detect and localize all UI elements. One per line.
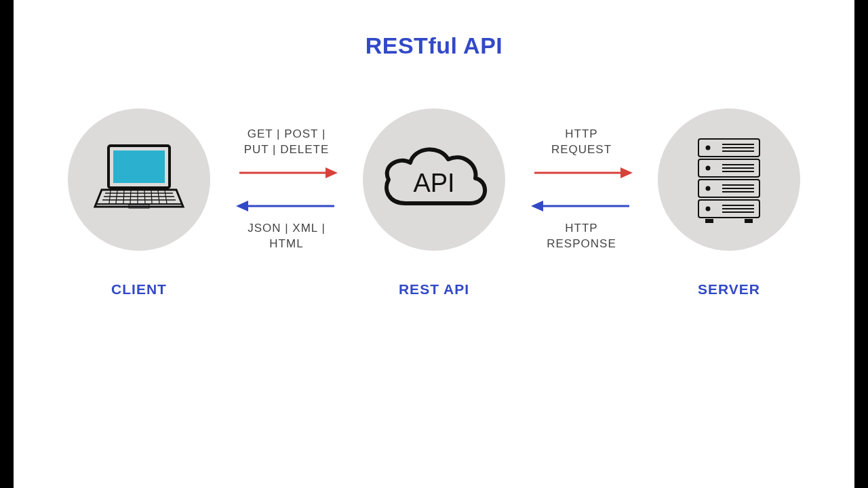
api-to-client-label-line1: JSON | XML | (248, 222, 326, 235)
svg-marker-21 (620, 167, 633, 178)
api-to-client-label: JSON | XML | HTML (248, 221, 326, 252)
svg-line-9 (130, 190, 131, 203)
client-circle (68, 108, 210, 251)
svg-line-11 (144, 190, 145, 203)
right-letterbox-bar (854, 0, 868, 488)
svg-rect-1 (113, 150, 165, 183)
api-label: REST API (399, 281, 469, 298)
svg-line-12 (151, 190, 152, 203)
api-to-server-label: HTTP REQUEST (551, 127, 612, 158)
api-circle: API (363, 108, 505, 251)
cloud-api-text: API (413, 169, 454, 197)
svg-rect-45 (745, 219, 753, 223)
diagram-row: CLIENT GET | POST | PUT | DELETE JSON | … (14, 108, 854, 298)
client-to-api-label-line1: GET | POST | (248, 127, 326, 140)
client-to-api-label: GET | POST | PUT | DELETE (244, 127, 330, 158)
svg-rect-44 (705, 219, 713, 223)
diagram-title: RESTful API (14, 33, 854, 59)
client-to-api-label-line2: PUT | DELETE (244, 143, 330, 156)
svg-point-35 (706, 186, 711, 191)
server-to-api-label-line1: HTTP (565, 222, 597, 235)
server-icon (692, 132, 766, 227)
api-to-client-label-line2: HTML (269, 237, 303, 250)
server-to-api-label-line2: RESPONSE (547, 237, 616, 250)
svg-marker-23 (531, 201, 543, 211)
request-arrow-right-icon (236, 165, 338, 181)
server-label: SERVER (698, 281, 760, 298)
server-to-api-label: HTTP RESPONSE (547, 221, 616, 252)
server-node: SERVER (658, 108, 800, 298)
svg-point-25 (706, 146, 711, 150)
api-to-server-label-line2: REQUEST (551, 143, 612, 156)
client-api-arrows: GET | POST | PUT | DELETE JSON | XML | H… (231, 127, 342, 252)
svg-marker-19 (236, 201, 248, 211)
left-letterbox-bar (0, 0, 14, 488)
api-server-arrows: HTTP REQUEST HTTP RESPONSE (526, 127, 637, 252)
response-arrow-left-icon-2 (531, 198, 633, 214)
client-node: CLIENT (68, 108, 210, 298)
cloud-api-icon: API (375, 139, 494, 220)
api-to-server-label-line1: HTTP (565, 127, 597, 140)
svg-marker-17 (326, 167, 338, 178)
diagram-container: RESTful API (14, 0, 854, 488)
svg-line-8 (123, 190, 124, 203)
laptop-icon (92, 139, 186, 220)
request-arrow-right-icon-2 (531, 165, 633, 181)
client-label: CLIENT (111, 281, 167, 298)
api-node: API REST API (363, 108, 505, 298)
svg-point-30 (706, 166, 711, 171)
response-arrow-left-icon (236, 198, 338, 214)
server-circle (658, 108, 800, 251)
svg-point-40 (706, 207, 711, 211)
